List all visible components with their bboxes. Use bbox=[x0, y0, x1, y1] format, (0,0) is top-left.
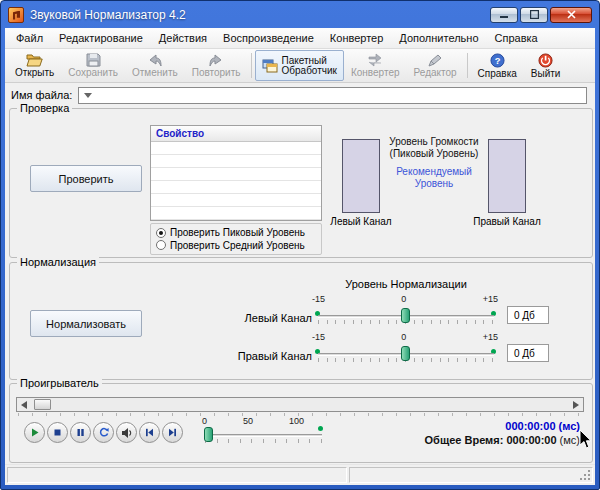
right-normalize-slider-thumb[interactable] bbox=[401, 346, 410, 361]
undo-button[interactable]: Отменить bbox=[125, 50, 185, 81]
total-time-value: 000:00:00 bbox=[506, 434, 556, 446]
close-icon bbox=[567, 10, 576, 19]
right-db-value-field[interactable]: 0 Дб bbox=[507, 344, 549, 362]
scale-min-label: -15 bbox=[312, 332, 325, 342]
exit-button[interactable]: Выйти bbox=[524, 50, 568, 81]
converter-button[interactable]: Конвертер bbox=[344, 50, 407, 81]
normalize-groupbox: Нормализация Нормализовать Уровень Норма… bbox=[9, 262, 593, 380]
close-button[interactable] bbox=[550, 7, 592, 23]
table-row bbox=[151, 155, 321, 168]
file-name-row: Имя файла: bbox=[11, 86, 587, 104]
repeat-icon bbox=[98, 427, 110, 439]
pause-button[interactable] bbox=[70, 422, 91, 443]
editor-pencil-icon bbox=[428, 53, 442, 67]
volume-scale-0: 0 bbox=[202, 416, 207, 426]
play-button[interactable] bbox=[24, 422, 45, 443]
scale-mid-label: 0 bbox=[401, 332, 406, 342]
batch-processor-label-line2: Обработчик bbox=[282, 66, 337, 76]
batch-processor-button[interactable]: Пакетный Обработчик bbox=[255, 50, 344, 81]
menu-item-converter[interactable]: Конвертер bbox=[322, 29, 391, 47]
undo-icon bbox=[147, 54, 163, 67]
table-row bbox=[151, 168, 321, 181]
normalize-right-channel-label: Правый Канал bbox=[190, 350, 312, 362]
chevron-down-icon[interactable] bbox=[84, 93, 92, 98]
left-db-value-field[interactable]: 0 Дб bbox=[507, 306, 549, 324]
seek-thumb[interactable] bbox=[34, 399, 51, 410]
volume-scale: 0 50 100 bbox=[202, 416, 304, 426]
redo-button[interactable]: Повторить bbox=[185, 50, 248, 81]
batch-processor-label-line1: Пакетный bbox=[282, 56, 327, 66]
editor-button-label: Редактор bbox=[414, 68, 457, 78]
volume-slider-track[interactable] bbox=[205, 434, 322, 437]
total-time-label: Общее Время: bbox=[425, 434, 504, 446]
current-time-line: 000:00:00 (мс) bbox=[425, 419, 580, 433]
stop-icon bbox=[52, 427, 63, 438]
check-button[interactable]: Проверить bbox=[30, 165, 142, 192]
status-bar bbox=[5, 464, 595, 485]
app-window: Звуковой Нормализатор 4.2 Файл Редактиро… bbox=[0, 0, 600, 490]
batch-processor-icon bbox=[262, 59, 278, 73]
file-name-combobox[interactable] bbox=[78, 87, 587, 104]
exit-button-label: Выйти bbox=[531, 69, 561, 79]
left-normalize-slider-thumb[interactable] bbox=[401, 308, 410, 323]
table-row bbox=[151, 194, 321, 207]
radio-check-average-level[interactable]: Проверить Средний Уровень bbox=[156, 240, 316, 251]
editor-button[interactable]: Редактор bbox=[407, 50, 464, 81]
exit-power-icon bbox=[538, 53, 553, 68]
maximize-button[interactable] bbox=[520, 7, 548, 23]
volume-slider-thumb[interactable] bbox=[204, 427, 213, 442]
menu-item-extras[interactable]: Дополнительно bbox=[391, 29, 486, 47]
mute-button[interactable] bbox=[116, 422, 137, 443]
repeat-button[interactable] bbox=[93, 422, 114, 443]
help-icon: ? bbox=[490, 53, 505, 68]
menu-item-help[interactable]: Справка bbox=[487, 29, 546, 47]
total-time-line: Общее Время: 000:00:00 (мс) bbox=[425, 433, 580, 447]
open-button[interactable]: Открыть bbox=[8, 50, 61, 81]
right-slider-scale: -15 0 +15 bbox=[312, 332, 498, 342]
open-folder-icon bbox=[26, 53, 43, 67]
normalize-button-label: Нормализовать bbox=[46, 318, 126, 330]
property-table[interactable]: Свойство bbox=[150, 125, 322, 221]
open-button-label: Открыть bbox=[15, 68, 54, 78]
minimize-icon bbox=[500, 10, 509, 19]
window-content: Файл Редактирование Действия Воспроизвед… bbox=[5, 28, 595, 485]
toolbar-separator bbox=[251, 53, 252, 78]
save-icon bbox=[86, 53, 101, 67]
normalization-level-title: Уровень Нормализации bbox=[306, 278, 506, 290]
previous-button[interactable] bbox=[139, 422, 160, 443]
player-groupbox: Проигрыватель bbox=[9, 383, 593, 463]
recommended-level-link-line1[interactable]: Рекомендуемый bbox=[380, 166, 488, 178]
radio-check-peak-level[interactable]: Проверить Пиковый Уровень bbox=[156, 227, 316, 238]
normalize-button[interactable]: Нормализовать bbox=[30, 310, 142, 337]
stop-button[interactable] bbox=[47, 422, 68, 443]
radio-unselected-icon bbox=[156, 240, 166, 250]
volume-scale-50: 50 bbox=[243, 416, 253, 426]
save-button[interactable]: Сохранить bbox=[61, 50, 125, 81]
menu-item-edit[interactable]: Редактирование bbox=[51, 29, 151, 47]
status-cell-right bbox=[349, 467, 593, 483]
resize-grip[interactable] bbox=[579, 469, 591, 481]
left-channel-meter-label: Левый Канал bbox=[313, 216, 409, 227]
file-name-label: Имя файла: bbox=[11, 89, 72, 101]
right-channel-meter-label: Правый Канал bbox=[459, 216, 555, 227]
menu-item-actions[interactable]: Действия bbox=[151, 29, 215, 47]
menu-item-file[interactable]: Файл bbox=[8, 29, 51, 47]
seek-bar[interactable] bbox=[16, 397, 584, 412]
maximize-icon bbox=[530, 10, 539, 19]
titlebar[interactable]: Звуковой Нормализатор 4.2 bbox=[2, 2, 598, 27]
volume-level-line2: (Пиковый Уровень) bbox=[380, 148, 488, 160]
green-dot-icon bbox=[318, 426, 323, 431]
recommended-level-link-line2[interactable]: Уровень bbox=[380, 178, 488, 190]
menu-item-playback[interactable]: Воспроизведение bbox=[215, 29, 322, 47]
seek-right-arrow-icon[interactable] bbox=[573, 401, 579, 409]
help-button[interactable]: ? Справка bbox=[471, 50, 524, 81]
save-button-label: Сохранить bbox=[68, 68, 118, 78]
previous-icon bbox=[144, 427, 155, 438]
minimize-button[interactable] bbox=[490, 7, 518, 23]
next-button[interactable] bbox=[162, 422, 183, 443]
player-buttons bbox=[24, 422, 183, 443]
time-display: 000:00:00 (мс) Общее Время: 000:00:00 (м… bbox=[425, 419, 580, 447]
app-icon bbox=[8, 7, 24, 23]
seek-left-arrow-icon[interactable] bbox=[21, 401, 27, 409]
toolbar-separator bbox=[467, 53, 468, 78]
